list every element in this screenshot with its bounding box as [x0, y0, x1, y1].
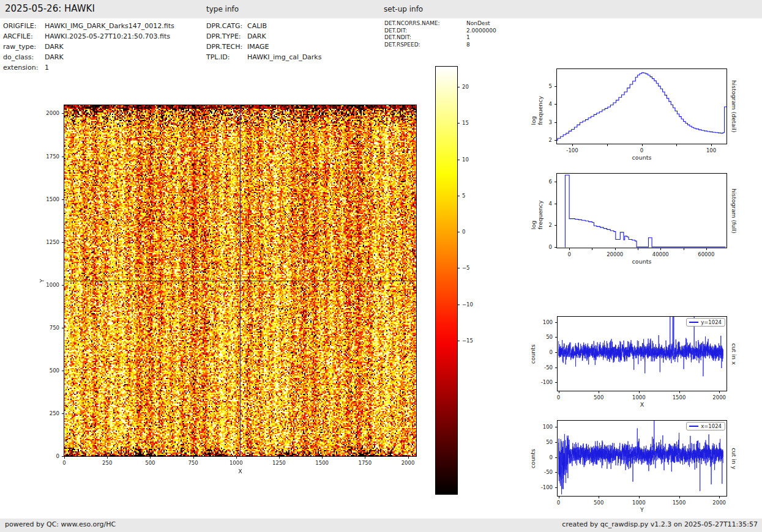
x-tick-label: 2000 [402, 460, 415, 466]
info-label: extension: [3, 62, 45, 73]
y-tick-label: 1250 [46, 239, 59, 245]
x-tick-label: 100 [706, 147, 716, 153]
y-tick-mark [555, 122, 557, 123]
y-tick-label: -100 [541, 379, 553, 385]
x-tick-label: 1500 [315, 460, 329, 466]
y-tick-label: -50 [544, 364, 553, 371]
histogram-full-plot: counts log frequency histogram (full) 02… [557, 174, 727, 248]
info-value: DARK [45, 42, 174, 52]
y-tick-mark [62, 371, 64, 371]
info-value: DARK [45, 52, 174, 62]
x-tick-label: 1000 [230, 460, 243, 466]
y-tick-label: -100 [541, 484, 553, 490]
x-tick-label: 0 [62, 460, 65, 466]
x-tick-mark [638, 248, 638, 250]
histogram-detail-plot: counts log frequency histogram (detail) … [557, 69, 727, 144]
x-tick-mark [679, 496, 680, 498]
x-tick-mark [279, 456, 280, 459]
info-label: DET.NCORRS.NAME: [384, 20, 466, 28]
info-label: raw_type: [3, 42, 45, 52]
y-tick-label: 0 [550, 349, 553, 355]
colorbar-tick-mark [457, 160, 460, 160]
x-tick-label: 1500 [673, 500, 686, 506]
file-info-block: ORIGFILE:HAWKI_IMG_DARK_Darks147_0012.fi… [3, 21, 174, 73]
info-value: 1 [45, 62, 174, 73]
info-label: DPR.TECH: [206, 42, 247, 52]
y-tick-label: 250 [50, 410, 59, 416]
x-tick-mark [599, 496, 599, 498]
colorbar-tick-label: −5 [462, 265, 470, 271]
y-tick-mark [555, 247, 557, 248]
x-tick-mark [642, 144, 643, 146]
y-tick-label: 6 [549, 179, 552, 185]
x-tick-label: 0 [557, 500, 560, 506]
x-axis-label: counts [632, 154, 652, 161]
y-tick-label: 2 [549, 137, 552, 143]
x-tick-label: 1000 [632, 500, 646, 506]
info-value: HAWKI_img_cal_Darks [247, 52, 321, 62]
x-tick-mark [572, 144, 573, 146]
info-value: HAWKI.2025-05-27T10:21:50.703.fits [45, 31, 174, 42]
y-tick-mark [62, 328, 64, 328]
x-tick-mark [615, 248, 616, 250]
y-tick-label: 50 [546, 334, 553, 340]
y-tick-label: 0 [550, 454, 553, 460]
setup-info-heading: set-up info [384, 5, 423, 13]
info-value: NonDest [466, 20, 496, 28]
x-tick-mark [719, 496, 720, 498]
type-info-heading: type info [206, 5, 239, 13]
colorbar-tick-mark [457, 87, 460, 87]
x-tick-label: 60000 [698, 251, 714, 257]
y-tick-mark [555, 352, 558, 353]
type-info-block: DPR.CATG:CALIBDPR.TYPE:DARKDPR.TECH:IMAG… [206, 21, 321, 62]
y-tick-label: 0 [549, 244, 552, 250]
cut-in-x-plot: y=1024 X counts cut in x 050010001500200… [558, 317, 727, 391]
info-label: do_class: [3, 52, 45, 62]
info-label: DET.RSPEED: [384, 42, 466, 49]
x-tick-mark [684, 248, 684, 250]
legend-label: y=1024 [701, 319, 722, 325]
x-axis-label: Y [640, 506, 644, 513]
colorbar-tick-mark [457, 341, 460, 341]
y-tick-label: 1500 [46, 196, 59, 202]
colorbar-tick-mark [457, 123, 460, 124]
y-tick-mark [555, 427, 558, 427]
info-value: 8 [466, 42, 496, 49]
info-value: DARK [247, 31, 321, 42]
y-tick-label: 100 [543, 424, 553, 430]
y-axis-label: counts [529, 449, 536, 468]
x-axis-label: X [640, 401, 644, 408]
y-tick-mark [62, 113, 64, 114]
y-tick-mark [555, 322, 558, 323]
colorbar-tick-mark [457, 268, 460, 268]
footer-right-text: created by qc_rawdisp.py v1.2.3 on 2025-… [562, 520, 758, 528]
x-tick-mark [639, 496, 640, 498]
y-tick-label: 50 [546, 439, 553, 445]
x-tick-mark [193, 456, 194, 459]
y-tick-mark [555, 104, 557, 105]
info-value: 1 [466, 34, 496, 42]
page: 2025-05-26: HAWKI type info set-up info … [0, 0, 762, 532]
x-tick-mark [322, 456, 323, 459]
y-tick-label: -50 [544, 469, 553, 475]
colorbar-tick-label: −15 [462, 338, 473, 344]
y-axis-label: log frequency [530, 88, 543, 125]
cut-in-y-curve [558, 421, 727, 496]
x-tick-mark [236, 456, 237, 459]
colorbar-tick-mark [457, 305, 460, 305]
x-tick-mark [150, 456, 151, 459]
info-label: DPR.CATG: [206, 21, 247, 31]
y-tick-label: 100 [543, 319, 553, 325]
cut-in-x-curve [558, 317, 727, 391]
x-tick-label: 250 [102, 460, 112, 466]
x-tick-label: 0 [557, 394, 560, 401]
colorbar-tick-label: 20 [462, 84, 469, 90]
y-tick-label: 3 [549, 119, 552, 125]
info-label: ORIGFILE: [3, 21, 45, 31]
y-tick-mark [62, 456, 64, 457]
y-tick-mark [62, 157, 64, 157]
x-tick-label: 1500 [673, 394, 686, 401]
y-tick-label: 4 [549, 201, 552, 207]
y-tick-mark [555, 368, 558, 368]
colorbar-tick-mark [457, 196, 460, 196]
